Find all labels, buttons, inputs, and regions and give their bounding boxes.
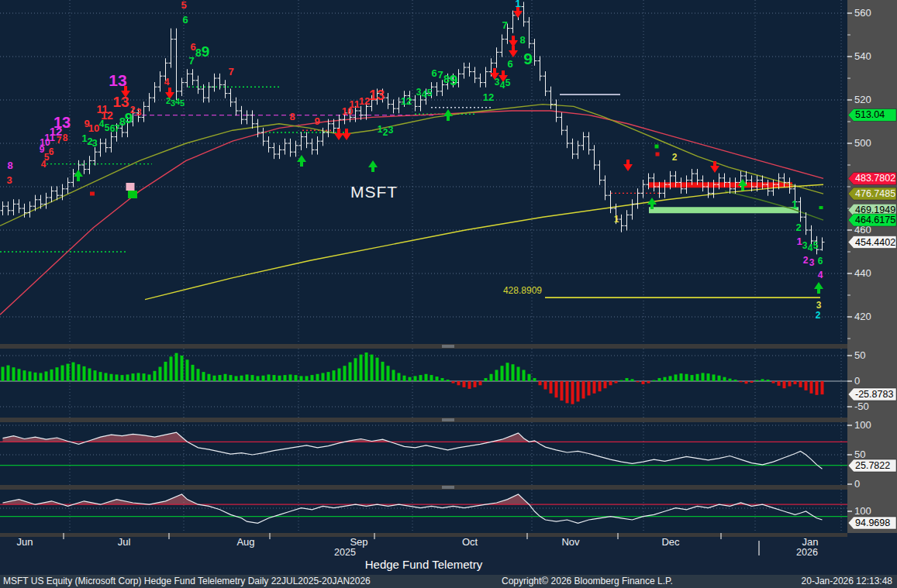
td-count-label: 9: [450, 72, 458, 88]
month-label: Jul: [118, 536, 131, 548]
svg-text:560: 560: [854, 7, 871, 19]
td-count-label: 12: [483, 91, 494, 103]
svg-text:-50: -50: [854, 401, 869, 412]
td-count-label: 1: [792, 198, 798, 211]
td-count-label: 4: [164, 77, 170, 88]
svg-text:500: 500: [854, 137, 871, 149]
td-count-label: 8: [63, 132, 68, 143]
td-count-label: 6: [818, 256, 823, 266]
month-label: Sep: [350, 536, 367, 548]
td-count-label: 13: [112, 94, 129, 110]
td-count-label: 7: [502, 19, 507, 31]
signal-square-icon: [655, 145, 659, 149]
svg-text:-25.8783: -25.8783: [855, 389, 893, 400]
month-label: Nov: [561, 536, 580, 548]
td-count-label: 3: [416, 87, 422, 98]
td-count-label: 3: [809, 257, 815, 268]
td-count-label: 7: [228, 66, 233, 77]
td-count-label: 8: [289, 111, 295, 122]
year-label: 2025: [334, 547, 356, 558]
signal-square-icon: [90, 192, 95, 196]
td-count-label: 3: [816, 300, 822, 311]
td-count-label: 9: [202, 43, 210, 60]
svg-text:100: 100: [854, 505, 871, 517]
td-count-label: 4: [99, 119, 105, 129]
td-count-label: 6: [49, 146, 54, 157]
svg-text:540: 540: [854, 50, 871, 62]
td-count-label: 2: [383, 127, 388, 138]
status-bar: MSFT US Equity (Microsoft Corp) Hedge Fu…: [0, 575, 897, 588]
td-count-label: 5: [180, 98, 185, 108]
svg-text:440: 440: [854, 267, 871, 279]
svg-text:476.7485: 476.7485: [855, 188, 895, 199]
td-count-label: 3: [388, 125, 394, 136]
signal-square-icon: [128, 191, 137, 198]
td-count-label: 3: [495, 77, 500, 88]
td-count-label: 9: [523, 50, 533, 67]
td-count-label: 13: [109, 71, 126, 89]
td-count-label: 7: [57, 135, 62, 146]
td-count-label: 7: [188, 55, 194, 67]
chart-canvas[interactable]: 428.890983131312111097865413231112910456…: [0, 0, 897, 588]
td-count-label: 1: [515, 0, 520, 9]
td-count-label: 5: [105, 122, 110, 133]
td-count-label: 9: [314, 115, 319, 127]
td-count-label: 2: [803, 255, 809, 266]
signal-square-icon: [819, 206, 823, 209]
td-count-label: 4: [500, 80, 505, 91]
td-count-label: 4: [818, 270, 823, 280]
svg-text:483.7802: 483.7802: [855, 173, 895, 184]
td-count-label: 2: [795, 222, 801, 233]
svg-text:428.8909: 428.8909: [503, 285, 542, 296]
td-count-label: 10: [88, 122, 99, 134]
td-count-label: 3: [91, 137, 97, 149]
svg-text:25.7822: 25.7822: [855, 460, 890, 471]
td-count-label: 3: [802, 240, 808, 251]
td-count-label: 2: [672, 152, 678, 163]
symbol-label: MSFT: [350, 183, 398, 201]
svg-text:513.04: 513.04: [855, 109, 885, 120]
td-count-label: 1: [796, 236, 802, 247]
month-label: Jan: [802, 536, 819, 548]
td-count-label: 5: [181, 0, 186, 11]
signal-square-icon: [126, 183, 135, 191]
bloomberg-chart-window: 428.890983131312111097865413231112910456…: [0, 0, 897, 588]
td-count-label: 4: [41, 159, 47, 170]
svg-text:464.6175: 464.6175: [855, 215, 895, 225]
td-count-label: 8: [519, 34, 525, 46]
td-count-label: 12: [401, 95, 412, 107]
td-count-label: 5: [505, 77, 511, 88]
svg-text:50: 50: [854, 449, 865, 460]
svg-text:0: 0: [854, 375, 860, 387]
td-count-label: 5: [813, 240, 819, 251]
svg-text:50: 50: [854, 349, 865, 361]
td-count-label: 8: [7, 160, 12, 171]
status-security-description: MSFT US Equity (Microsoft Corp) Hedge Fu…: [3, 575, 371, 588]
signal-square-icon: [656, 153, 660, 156]
td-count-label: 6: [507, 58, 512, 70]
td-count-label: 5: [427, 88, 433, 98]
svg-text:420: 420: [854, 311, 871, 322]
svg-text:100: 100: [854, 419, 871, 431]
svg-text:94.9698: 94.9698: [855, 518, 890, 528]
svg-text:454.4402: 454.4402: [855, 237, 895, 248]
month-label: Jun: [17, 536, 33, 548]
td-count-label: 3: [6, 174, 12, 186]
svg-text:520: 520: [854, 94, 871, 105]
td-count-label: 4: [808, 242, 813, 253]
month-label: Oct: [462, 536, 478, 548]
td-count-label: 7: [437, 69, 443, 81]
td-count-label: 2: [816, 310, 821, 321]
chart-bottom-title: Hedge Fund Telemetry: [0, 558, 847, 571]
td-count-label: 1: [614, 214, 619, 225]
td-count-label: 1: [378, 124, 383, 135]
td-count-label: 6: [431, 67, 436, 79]
status-copyright: Copyright© 2026 Bloomberg Finance L.P.: [502, 575, 673, 588]
month-label: Aug: [236, 536, 254, 548]
year-label: 2026: [796, 547, 818, 558]
td-count-label: 9: [125, 110, 133, 126]
td-count-label: 13: [369, 88, 385, 103]
td-count-label: 4: [422, 89, 427, 100]
month-label: Dec: [661, 536, 680, 548]
svg-text:0: 0: [854, 478, 860, 490]
